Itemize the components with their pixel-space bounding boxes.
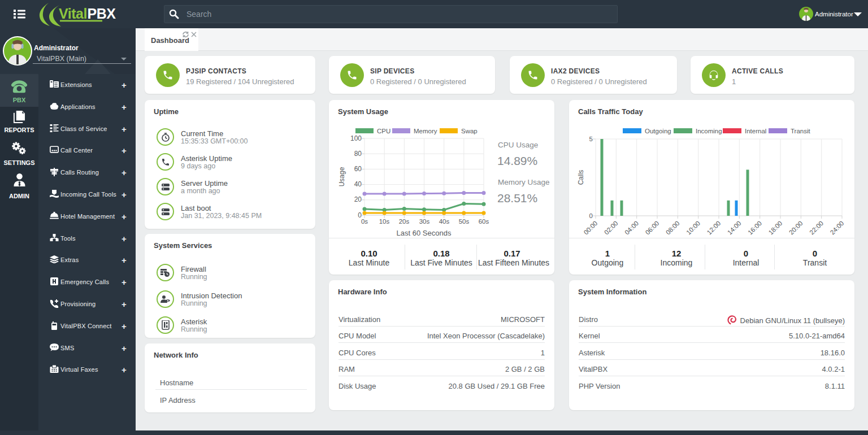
svg-text:Transit: Transit: [791, 128, 811, 134]
svg-text:CPU: CPU: [377, 128, 390, 134]
svg-text:12:00: 12:00: [706, 220, 722, 236]
svg-text:80: 80: [354, 150, 362, 158]
svg-text:Swap: Swap: [461, 128, 478, 134]
svg-text:06:00: 06:00: [644, 220, 661, 236]
svg-text:Outgoing: Outgoing: [645, 128, 671, 134]
svg-text:Incoming: Incoming: [696, 128, 722, 134]
svg-text:20: 20: [354, 195, 362, 203]
svg-text:20s: 20s: [399, 218, 410, 225]
svg-text:24:00: 24:00: [829, 220, 845, 236]
svg-text:16:00: 16:00: [747, 220, 763, 236]
svg-text:Usage: Usage: [338, 167, 346, 186]
svg-text:Last 60 Seconds: Last 60 Seconds: [397, 229, 452, 237]
svg-text:22:00: 22:00: [808, 220, 824, 236]
svg-text:100: 100: [350, 134, 362, 142]
svg-text:30s: 30s: [419, 218, 430, 225]
svg-text:0: 0: [589, 212, 593, 219]
svg-text:PBX: PBX: [88, 6, 116, 21]
svg-text:14:00: 14:00: [726, 220, 743, 236]
svg-text:40s: 40s: [439, 218, 450, 225]
svg-text:10:00: 10:00: [685, 220, 701, 236]
svg-text:00:00: 00:00: [583, 220, 599, 236]
svg-text:18:00: 18:00: [767, 220, 784, 236]
svg-text:02:00: 02:00: [603, 220, 619, 236]
svg-text:20:00: 20:00: [788, 220, 804, 236]
svg-text:60: 60: [354, 165, 362, 173]
svg-text:04:00: 04:00: [623, 220, 640, 236]
svg-text:08:00: 08:00: [665, 220, 681, 236]
svg-text:0s: 0s: [361, 218, 368, 225]
svg-text:60s: 60s: [479, 218, 489, 225]
svg-text:5: 5: [589, 136, 593, 142]
svg-text:40: 40: [354, 180, 362, 188]
svg-text:Internal: Internal: [745, 128, 766, 134]
svg-text:50s: 50s: [459, 218, 470, 225]
svg-text:10s: 10s: [379, 218, 390, 225]
svg-text:Vital: Vital: [59, 6, 87, 21]
svg-text:Calls: Calls: [577, 170, 585, 185]
svg-text:Memory: Memory: [414, 128, 437, 134]
